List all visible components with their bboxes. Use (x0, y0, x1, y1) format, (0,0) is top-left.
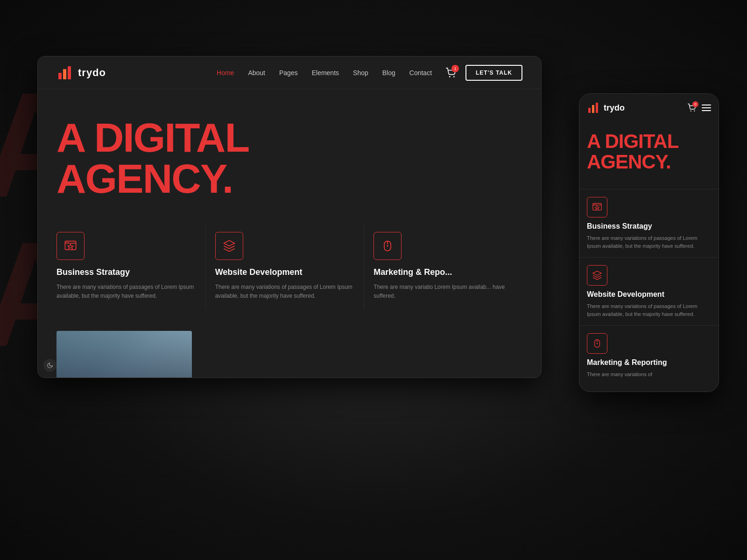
theme-toggle-button[interactable] (43, 359, 56, 372)
svg-rect-2 (68, 66, 71, 79)
service-icon-webdev (215, 232, 243, 260)
mobile-service-desc-2: There are many variations of passages of… (587, 302, 711, 318)
hamburger-line-3 (702, 110, 711, 111)
desktop-service-card-1: Business Stratagy There are many variati… (56, 223, 206, 310)
svg-point-12 (387, 245, 389, 247)
svg-rect-15 (596, 103, 598, 113)
mobile-cart-button[interactable]: 0 (688, 104, 696, 112)
svg-point-4 (453, 76, 455, 77)
svg-point-7 (66, 242, 67, 243)
desktop-service-card-3: Marketing & Repo... There are many varia… (364, 223, 522, 310)
mobile-menu-button[interactable] (702, 105, 711, 111)
nav-item-blog[interactable]: Blog (382, 69, 395, 77)
mobile-navbar: trydo 0 (579, 94, 719, 122)
desktop-services-section: Business Stratagy There are many variati… (38, 223, 541, 310)
desktop-logo-icon (56, 64, 73, 81)
image-overlay (56, 331, 192, 378)
mobile-logo-text: trydo (604, 103, 625, 113)
svg-rect-14 (592, 105, 594, 113)
mobile-service-desc-3: There are many variations of (587, 371, 711, 378)
mobile-service-icon-webdev (587, 265, 607, 286)
hamburger-line-1 (702, 105, 711, 105)
service-title-1: Business Stratagy (56, 267, 196, 277)
mouse-icon (381, 239, 394, 252)
cart-badge: 1 (451, 65, 459, 72)
mobile-service-title-2: Website Development (587, 290, 711, 299)
mobile-box-icon (592, 270, 602, 280)
svg-point-21 (595, 204, 596, 204)
mobile-star-icon (592, 202, 602, 212)
mobile-service-card-1: Business Stratagy There are many variati… (579, 189, 719, 257)
desktop-bottom-image (56, 331, 192, 378)
desktop-mockup: trydo Home About Pages Elements Shop Blo… (37, 56, 542, 378)
svg-rect-13 (588, 108, 591, 113)
service-title-3: Marketing & Repo... (374, 267, 513, 277)
mobile-hero-section: A DIGITAL AGENCY. (579, 122, 719, 189)
svg-point-16 (691, 111, 691, 112)
nav-right-actions: 1 LET'S TALK (446, 65, 522, 81)
mobile-hero-title: A DIGITAL AGENCY. (587, 131, 711, 172)
nav-item-home[interactable]: Home (217, 69, 234, 77)
lets-talk-button[interactable]: LET'S TALK (465, 65, 522, 81)
mobile-service-card-3: Marketing & Reporting There are many var… (579, 325, 719, 386)
service-desc-2: There are many variations of passages of… (215, 283, 355, 301)
mobile-service-title-1: Business Stratagy (587, 222, 711, 231)
service-desc-1: There are many variations of passages of… (56, 283, 196, 301)
hero-title: A DIGITAL AGENCY. (56, 117, 522, 199)
svg-point-3 (449, 76, 451, 77)
svg-point-20 (594, 204, 594, 204)
desktop-hero-section: A DIGITAL AGENCY. (38, 89, 541, 213)
desktop-logo[interactable]: trydo (56, 64, 106, 81)
service-desc-3: There are many variatio Lorem Ipsum avai… (374, 283, 513, 301)
service-icon-strategy (56, 232, 85, 260)
mobile-mouse-icon (592, 338, 602, 349)
mobile-cart-badge: 0 (692, 101, 698, 107)
desktop-logo-text: trydo (78, 67, 106, 79)
mobile-service-title-3: Marketing & Reporting (587, 358, 711, 367)
svg-marker-9 (68, 245, 73, 249)
nav-item-shop[interactable]: Shop (353, 69, 368, 77)
desktop-cart-button[interactable]: 1 (446, 68, 456, 78)
mobile-service-card-2: Website Development There are many varia… (579, 257, 719, 325)
nav-item-contact[interactable]: Contact (409, 69, 432, 77)
svg-rect-1 (63, 69, 66, 79)
svg-marker-22 (595, 206, 599, 209)
box-icon (223, 239, 236, 252)
nav-item-pages[interactable]: Pages (279, 69, 298, 77)
desktop-navbar: trydo Home About Pages Elements Shop Blo… (38, 56, 541, 89)
service-icon-marketing (374, 232, 402, 260)
star-icon (64, 239, 77, 252)
nav-item-about[interactable]: About (248, 69, 265, 77)
mobile-mockup: trydo 0 A DIGITAL AGENCY. (579, 93, 719, 392)
mobile-logo-icon (587, 101, 600, 114)
svg-point-8 (68, 242, 69, 243)
mobile-logo[interactable]: trydo (587, 101, 625, 114)
service-title-2: Website Development (215, 267, 355, 277)
hamburger-line-2 (702, 107, 711, 108)
mobile-service-icon-marketing (587, 333, 607, 354)
svg-point-17 (694, 111, 695, 112)
mobile-service-desc-1: There are many variations of passages of… (587, 234, 711, 250)
svg-rect-0 (58, 73, 62, 79)
moon-icon (47, 362, 53, 369)
mobile-nav-right: 0 (688, 104, 711, 112)
desktop-service-card-2: Website Development There are many varia… (206, 223, 365, 310)
desktop-nav-links: Home About Pages Elements Shop Blog Cont… (217, 69, 432, 77)
mobile-service-icon-strategy (587, 197, 607, 217)
svg-point-25 (597, 343, 598, 344)
nav-item-elements[interactable]: Elements (312, 69, 339, 77)
